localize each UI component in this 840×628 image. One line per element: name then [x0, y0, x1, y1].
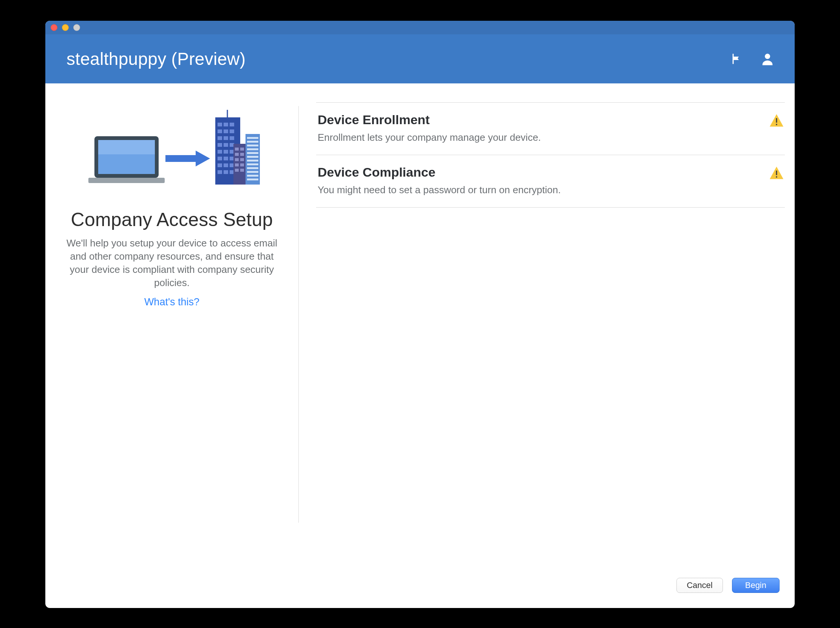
svg-rect-8: [218, 123, 222, 126]
svg-rect-43: [240, 169, 244, 172]
footer: Cancel Begin: [45, 568, 795, 608]
cancel-button[interactable]: Cancel: [676, 578, 723, 593]
svg-rect-53: [247, 167, 258, 169]
svg-rect-40: [235, 164, 239, 167]
svg-rect-51: [247, 160, 258, 162]
section-title: Device Enrollment: [317, 112, 764, 127]
svg-rect-62: [776, 176, 777, 178]
svg-rect-48: [247, 148, 258, 150]
svg-rect-46: [247, 141, 258, 143]
svg-rect-47: [247, 145, 258, 146]
svg-rect-36: [235, 153, 239, 156]
app-window: stealthpuppy (Preview): [45, 21, 795, 608]
svg-rect-26: [218, 164, 222, 167]
intro-description: We'll help you setup your device to acce…: [62, 237, 281, 290]
svg-rect-3: [98, 140, 155, 154]
intro-title: Company Access Setup: [71, 209, 273, 231]
svg-rect-29: [218, 170, 222, 174]
svg-rect-41: [240, 164, 244, 167]
section-title: Device Compliance: [317, 165, 764, 179]
svg-rect-39: [240, 158, 244, 161]
svg-rect-13: [230, 129, 234, 133]
svg-rect-49: [247, 152, 258, 154]
svg-rect-34: [235, 148, 239, 151]
svg-rect-16: [230, 136, 234, 140]
window-titlebar: [45, 21, 795, 35]
enrollment-illustration: [83, 110, 261, 198]
warning-icon: [764, 165, 783, 181]
svg-rect-4: [88, 178, 165, 183]
app-title: stealthpuppy (Preview): [66, 49, 730, 69]
svg-rect-14: [218, 136, 222, 140]
svg-rect-45: [247, 137, 258, 139]
svg-rect-42: [235, 169, 239, 172]
window-close-button[interactable]: [51, 24, 57, 31]
svg-rect-61: [776, 171, 777, 175]
section-subtitle: Enrollment lets your company manage your…: [317, 132, 764, 143]
svg-rect-17: [218, 143, 222, 147]
warning-icon: [764, 112, 783, 128]
svg-point-0: [765, 54, 770, 59]
svg-rect-56: [247, 178, 258, 180]
window-minimize-button[interactable]: [62, 24, 69, 31]
svg-rect-20: [218, 150, 222, 154]
svg-rect-21: [224, 150, 228, 154]
steps-panel: Device Enrollment Enrollment lets your c…: [299, 83, 795, 568]
svg-marker-6: [196, 151, 210, 167]
section-device-compliance[interactable]: Device Compliance You might need to set …: [316, 155, 785, 208]
svg-rect-12: [224, 129, 228, 133]
svg-rect-10: [230, 123, 234, 126]
app-header: stealthpuppy (Preview): [45, 35, 795, 83]
svg-rect-50: [247, 156, 258, 158]
svg-rect-18: [224, 143, 228, 147]
svg-rect-52: [247, 164, 258, 165]
svg-rect-27: [224, 164, 228, 167]
flag-icon[interactable]: [730, 52, 743, 66]
svg-rect-15: [224, 136, 228, 140]
svg-rect-55: [247, 175, 258, 176]
svg-rect-11: [218, 129, 222, 133]
svg-rect-30: [224, 170, 228, 174]
window-zoom-button[interactable]: [73, 24, 80, 31]
svg-rect-58: [776, 118, 777, 123]
user-icon[interactable]: [760, 51, 775, 66]
whats-this-link[interactable]: What's this?: [144, 296, 199, 308]
section-device-enrollment[interactable]: Device Enrollment Enrollment lets your c…: [316, 102, 785, 155]
svg-rect-37: [240, 153, 244, 156]
svg-rect-35: [240, 148, 244, 151]
begin-button[interactable]: Begin: [732, 578, 780, 593]
intro-panel: Company Access Setup We'll help you setu…: [45, 83, 298, 568]
svg-rect-59: [776, 124, 777, 125]
svg-rect-9: [224, 123, 228, 126]
section-subtitle: You might need to set a password or turn…: [317, 184, 764, 196]
svg-rect-38: [235, 158, 239, 161]
svg-rect-24: [224, 157, 228, 161]
svg-rect-5: [166, 155, 196, 162]
svg-rect-54: [247, 171, 258, 173]
svg-rect-23: [218, 157, 222, 161]
